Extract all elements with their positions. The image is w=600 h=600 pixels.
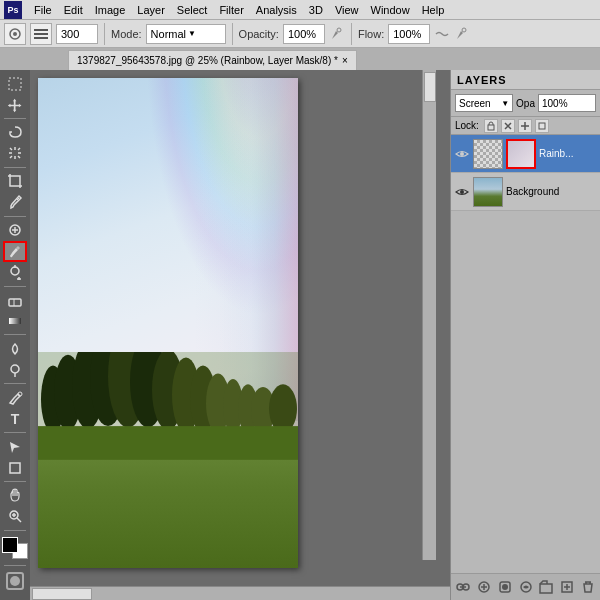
brush-preset-picker[interactable] xyxy=(4,23,26,45)
opacity-value-display[interactable]: 100% xyxy=(538,94,596,112)
canvas-container xyxy=(38,78,298,568)
menu-window[interactable]: Window xyxy=(365,0,416,20)
menu-help[interactable]: Help xyxy=(416,0,451,20)
layers-panel-header: LAYERS xyxy=(451,70,600,90)
layer-visibility-rainbow[interactable] xyxy=(454,146,470,162)
lock-image-btn[interactable] xyxy=(501,119,515,133)
color-swatch[interactable] xyxy=(2,537,28,559)
layers-lock-row: Lock: xyxy=(451,117,600,135)
svg-line-14 xyxy=(18,148,20,150)
quick-mask-tool[interactable] xyxy=(4,570,26,592)
lasso-tool[interactable] xyxy=(4,123,26,142)
new-group-btn[interactable] xyxy=(538,578,555,596)
add-layer-style-btn[interactable] xyxy=(476,578,493,596)
toolbar: T xyxy=(0,70,30,600)
flow-input[interactable]: 100% xyxy=(388,24,430,44)
svg-point-1 xyxy=(13,32,17,36)
scrollbar-thumb-v[interactable] xyxy=(424,72,436,102)
marquee-tool[interactable] xyxy=(4,74,26,93)
menu-3d[interactable]: 3D xyxy=(303,0,329,20)
svg-rect-24 xyxy=(9,299,21,306)
tab-close-btn[interactable]: × xyxy=(342,51,348,71)
layer-row-rainbow[interactable]: Rainb... xyxy=(451,135,600,173)
checker-pattern xyxy=(474,140,502,168)
dodge-tool[interactable] xyxy=(4,360,26,379)
layer-name-background: Background xyxy=(506,186,597,197)
layer-visibility-background[interactable] xyxy=(454,184,470,200)
opacity-input[interactable]: 100% xyxy=(283,24,325,44)
scrollbar-thumb-h[interactable] xyxy=(32,588,92,600)
menu-filter[interactable]: Filter xyxy=(213,0,249,20)
horizontal-scrollbar[interactable] xyxy=(30,586,450,600)
tool-sep-7 xyxy=(4,432,26,433)
blur-tool[interactable] xyxy=(4,339,26,358)
tab-bar: 1379827_95643578.jpg @ 25% (Rainbow, Lay… xyxy=(0,48,600,70)
spot-heal-tool[interactable] xyxy=(4,221,26,240)
blend-mode-dropdown[interactable]: Screen ▼ xyxy=(455,94,513,112)
link-layers-btn[interactable] xyxy=(455,578,472,596)
new-adjustment-layer-btn[interactable] xyxy=(517,578,534,596)
lock-position-btn[interactable] xyxy=(518,119,532,133)
new-layer-btn[interactable] xyxy=(559,578,576,596)
layers-title: LAYERS xyxy=(457,74,507,86)
menu-image[interactable]: Image xyxy=(89,0,132,20)
svg-rect-4 xyxy=(34,37,48,39)
hand-tool[interactable] xyxy=(4,486,26,505)
brush-tool[interactable] xyxy=(4,242,26,261)
menu-view[interactable]: View xyxy=(329,0,365,20)
layer-row-background[interactable]: Background xyxy=(451,173,600,211)
canvas-image xyxy=(38,78,298,568)
menu-edit[interactable]: Edit xyxy=(58,0,89,20)
mode-dropdown[interactable]: Normal▼ xyxy=(146,24,226,44)
lock-all-btn[interactable] xyxy=(535,119,549,133)
brush-options-btn[interactable] xyxy=(30,23,52,45)
clone-stamp-tool[interactable] xyxy=(4,263,26,282)
svg-rect-50 xyxy=(38,427,298,461)
svg-point-53 xyxy=(460,152,464,156)
svg-rect-64 xyxy=(540,584,552,593)
brush-size-input[interactable]: 300 xyxy=(56,24,98,44)
layer-name-rainbow: Rainb... xyxy=(539,148,597,159)
foreground-color-swatch[interactable] xyxy=(2,537,18,553)
document-tab[interactable]: 1379827_95643578.jpg @ 25% (Rainbow, Lay… xyxy=(68,50,357,70)
tool-sep-1 xyxy=(4,118,26,119)
canvas-area[interactable] xyxy=(30,70,450,600)
vertical-scrollbar[interactable] xyxy=(422,70,436,560)
svg-point-49 xyxy=(269,385,297,434)
lock-transparent-btn[interactable] xyxy=(484,119,498,133)
pen-tool[interactable] xyxy=(4,388,26,407)
menu-layer[interactable]: Layer xyxy=(131,0,171,20)
tool-sep-9 xyxy=(4,530,26,531)
airbrush-btn[interactable] xyxy=(434,23,450,45)
opacity-label: Opa xyxy=(516,98,535,109)
move-tool[interactable] xyxy=(4,95,26,114)
tool-sep-4 xyxy=(4,286,26,287)
menu-analysis[interactable]: Analysis xyxy=(250,0,303,20)
flow-label: Flow: xyxy=(358,28,384,40)
text-tool[interactable]: T xyxy=(4,409,26,428)
add-mask-btn[interactable] xyxy=(496,578,513,596)
background-thumb xyxy=(474,178,502,206)
delete-layer-btn[interactable] xyxy=(579,578,596,596)
flow-stylus-btn[interactable] xyxy=(454,23,470,45)
mask-preview xyxy=(508,141,534,167)
path-select-tool[interactable] xyxy=(4,437,26,456)
tool-sep-6 xyxy=(4,383,26,384)
gradient-tool[interactable] xyxy=(4,311,26,330)
svg-line-12 xyxy=(10,148,12,150)
opacity-stylus-btn[interactable] xyxy=(329,23,345,45)
svg-line-32 xyxy=(17,518,21,522)
svg-rect-26 xyxy=(9,318,21,324)
eyedropper-tool[interactable] xyxy=(4,193,26,212)
crop-tool[interactable] xyxy=(4,172,26,191)
tool-sep-8 xyxy=(4,481,26,482)
layer-thumb-background xyxy=(473,177,503,207)
eraser-tool[interactable] xyxy=(4,290,26,309)
magic-wand-tool[interactable] xyxy=(4,144,26,163)
options-bar: 300 Mode: Normal▼ Opacity: 100% Flow: 10… xyxy=(0,20,600,48)
shape-tool[interactable] xyxy=(4,458,26,477)
layers-panel: LAYERS Screen ▼ Opa 100% Lock: xyxy=(450,70,600,600)
menu-file[interactable]: File xyxy=(28,0,58,20)
zoom-tool[interactable] xyxy=(4,507,26,526)
menu-select[interactable]: Select xyxy=(171,0,214,20)
